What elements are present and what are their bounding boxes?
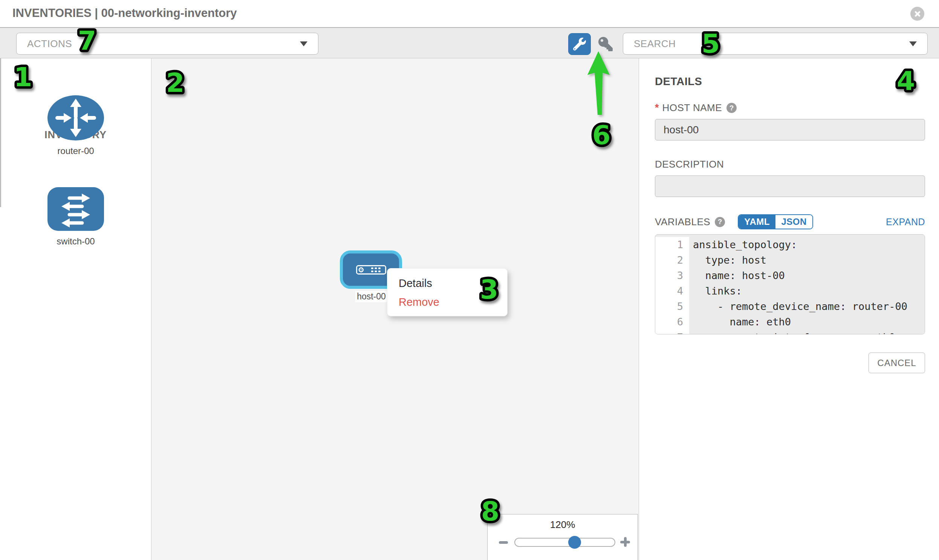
- sidebar-item-switch[interactable]: switch-00: [47, 187, 104, 247]
- chevron-down-icon: [909, 42, 917, 46]
- code-line: 6 name: eth0: [655, 314, 925, 329]
- page-title: INVENTORIES | 00-networking-inventory: [12, 6, 237, 20]
- host-icon: [356, 265, 386, 275]
- code-line: 4 links:: [655, 283, 925, 298]
- close-icon: [914, 11, 921, 17]
- variables-code-editor[interactable]: 1ansible_topology:2 type: host3 name: ho…: [655, 234, 925, 334]
- variables-row: VARIABLES ? YAML JSON EXPAND: [655, 214, 925, 229]
- switch-icon: [48, 187, 104, 231]
- zoom-level: 120%: [487, 519, 638, 531]
- description-label-row: DESCRIPTION: [655, 158, 925, 170]
- code-line: 3 name: host-00: [655, 268, 925, 283]
- toolbox-toggle-button[interactable]: [568, 33, 591, 55]
- tab-json[interactable]: JSON: [776, 215, 813, 229]
- description-input[interactable]: [655, 175, 925, 197]
- tab-yaml[interactable]: YAML: [739, 215, 776, 229]
- chevron-down-icon: [300, 42, 307, 46]
- details-panel: DETAILS * HOST NAME ? DESCRIPTION VARIAB…: [639, 58, 939, 560]
- sidebar-item-label: router-00: [47, 146, 104, 156]
- host-name-label: HOST NAME: [662, 102, 722, 114]
- page-header: INVENTORIES | 00-networking-inventory: [0, 0, 939, 27]
- host-name-input[interactable]: [655, 119, 925, 140]
- close-button[interactable]: [910, 7, 924, 21]
- host-name-label-row: * HOST NAME ?: [655, 102, 925, 114]
- router-icon: [48, 95, 104, 140]
- required-asterisk: *: [655, 102, 659, 114]
- variables-label: VARIABLES: [655, 216, 710, 228]
- sidebar-item-label: switch-00: [47, 236, 104, 247]
- zoom-slider-row: [487, 536, 638, 549]
- question-circle-icon[interactable]: ?: [715, 217, 725, 227]
- details-panel-title: DETAILS: [655, 75, 925, 88]
- code-line: 5 - remote_device_name: router-00: [655, 298, 925, 314]
- toolbar: ACTIONS SEARCH: [0, 27, 939, 58]
- search-dropdown[interactable]: SEARCH: [623, 33, 928, 55]
- actions-dropdown[interactable]: ACTIONS: [16, 33, 318, 55]
- description-label: DESCRIPTION: [655, 158, 724, 170]
- topology-canvas[interactable]: host-00 Details Remove 120%: [151, 58, 639, 560]
- expand-link[interactable]: EXPAND: [886, 217, 925, 228]
- zoom-slider[interactable]: [514, 538, 615, 547]
- code-line: 1ansible_topology:: [655, 237, 925, 252]
- main-content: INVENTORY router-00: [0, 58, 939, 560]
- zoom-slider-handle[interactable]: [568, 536, 581, 549]
- actions-dropdown-label: ACTIONS: [27, 38, 72, 50]
- inventories-topology-page: INVENTORIES | 00-networking-inventory AC…: [0, 0, 939, 560]
- key-icon: [598, 37, 614, 51]
- zoom-in-button[interactable]: [620, 537, 630, 547]
- question-circle-icon[interactable]: ?: [726, 103, 737, 113]
- wrench-icon: [573, 38, 586, 51]
- search-dropdown-label: SEARCH: [634, 38, 675, 50]
- code-line: 2 type: host: [655, 252, 925, 268]
- code-line: 7 remote_interface_name: eth0: [655, 329, 925, 334]
- zoom-control: 120%: [487, 514, 638, 560]
- context-menu-item-details[interactable]: Details: [387, 274, 507, 292]
- cancel-row: CANCEL: [655, 352, 925, 373]
- zoom-out-button[interactable]: [499, 541, 508, 544]
- context-menu: Details Remove: [387, 268, 507, 316]
- cancel-button[interactable]: CANCEL: [868, 352, 925, 373]
- code-editor-rows: 1ansible_topology:2 type: host3 name: ho…: [655, 235, 925, 334]
- inventory-sidebar: INVENTORY router-00: [0, 58, 151, 560]
- context-menu-item-remove[interactable]: Remove: [387, 292, 507, 311]
- sidebar-item-router[interactable]: router-00: [47, 95, 104, 156]
- key-tool-button[interactable]: [597, 36, 614, 52]
- variables-format-toggle: YAML JSON: [738, 214, 813, 229]
- host-node-label: host-00: [355, 291, 387, 302]
